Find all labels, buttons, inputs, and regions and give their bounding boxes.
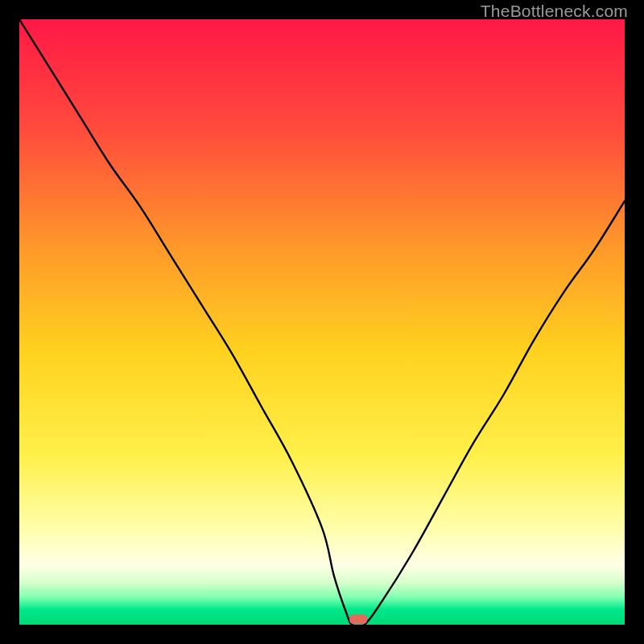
gradient-background [19, 19, 625, 625]
optimal-point-marker [349, 614, 367, 624]
watermark-text: TheBottleneck.com [481, 2, 628, 21]
chart-frame: TheBottleneck.com [0, 0, 644, 644]
bottleneck-chart [19, 19, 625, 625]
